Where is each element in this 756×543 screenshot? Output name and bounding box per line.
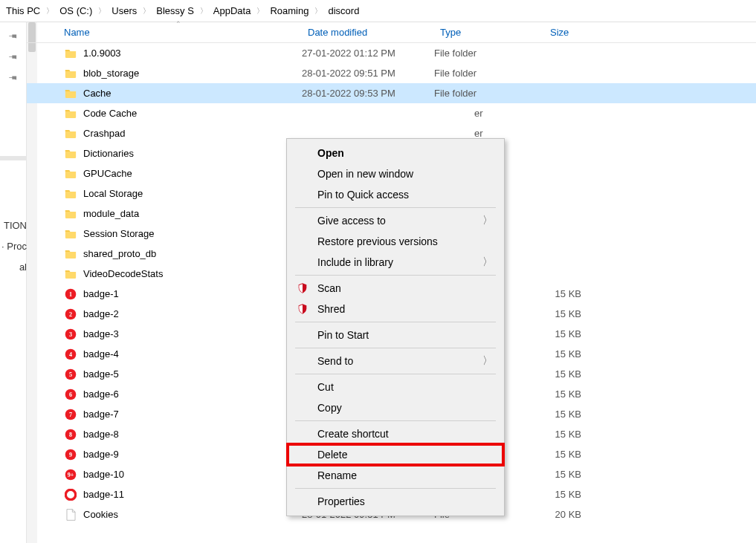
shield-icon <box>297 303 308 315</box>
ring-icon <box>65 489 77 501</box>
file-name: badge-7 <box>61 409 302 420</box>
chevron-right-icon: 〉 <box>138 6 155 16</box>
nav-cutoff-text: TION · Proc al <box>0 215 27 278</box>
badge-icon: 9+ <box>65 469 77 481</box>
badge-icon: 7 <box>65 409 77 420</box>
breadcrumb-item[interactable]: This PC <box>4 5 42 16</box>
file-size: 15 KB <box>544 489 618 500</box>
column-size[interactable]: Size <box>544 27 618 38</box>
ctx-pin-quick[interactable]: Pin to Quick access <box>288 184 503 205</box>
badge-icon: 3 <box>65 328 77 340</box>
folder-icon <box>65 209 77 218</box>
file-type: er <box>434 108 544 119</box>
breadcrumb-item[interactable]: OS (C:) <box>58 5 94 16</box>
folder-icon <box>65 249 77 259</box>
badge-icon: 8 <box>65 429 77 440</box>
file-type: er <box>434 128 544 139</box>
file-type: File folder <box>434 48 544 59</box>
folder-icon <box>65 108 77 118</box>
file-type: File folder <box>434 88 544 99</box>
file-name: badge-11 <box>61 489 302 500</box>
file-date: 28-01-2022 09:53 PM <box>302 88 434 99</box>
folder-icon <box>65 229 77 238</box>
breadcrumb-item[interactable]: AppData <box>212 5 253 16</box>
breadcrumb[interactable]: This PC〉 OS (C:)〉 Users〉 Blessy S〉 AppDa… <box>0 0 756 22</box>
file-name: Dictionaries <box>61 148 302 159</box>
folder-icon <box>65 169 77 178</box>
ctx-open[interactable]: Open <box>288 143 503 163</box>
table-row[interactable]: 1.0.9003 27-01-2022 01:12 PM File folder <box>27 43 756 63</box>
file-name: 1.0.9003 <box>61 48 302 59</box>
column-name[interactable]: Name <box>58 27 302 38</box>
context-menu: Open Open in new window Pin to Quick acc… <box>286 138 505 516</box>
breadcrumb-item[interactable]: Users <box>110 5 138 16</box>
ctx-include-library[interactable]: Include in library〉 <box>288 252 503 273</box>
chevron-right-icon: 〉 <box>310 6 326 16</box>
badge-icon: 1 <box>65 288 77 300</box>
ctx-properties[interactable]: Properties <box>288 491 503 512</box>
ctx-give-access[interactable]: Give access to〉 <box>288 210 503 231</box>
svg-text:5: 5 <box>69 371 72 377</box>
ctx-scan[interactable]: Scan <box>288 278 503 299</box>
folder-icon <box>65 88 77 98</box>
ctx-delete[interactable]: Delete <box>288 444 503 465</box>
breadcrumb-item[interactable]: Roaming <box>268 5 310 16</box>
file-size: 15 KB <box>544 409 618 420</box>
file-size: 15 KB <box>544 288 618 299</box>
table-row[interactable]: Code Cache er <box>27 103 756 123</box>
column-headers[interactable]: ⌃ Name Date modified Type Size <box>27 22 756 43</box>
table-row[interactable]: blob_storage 28-01-2022 09:51 PM File fo… <box>27 63 756 83</box>
folder-icon <box>65 48 77 58</box>
ctx-open-new-window[interactable]: Open in new window <box>288 163 503 184</box>
ctx-label: Include in library <box>317 256 393 268</box>
file-name: badge-1 <box>61 288 302 299</box>
file-name: Code Cache <box>61 108 302 119</box>
file-size: 15 KB <box>544 348 618 360</box>
svg-text:6: 6 <box>69 391 72 397</box>
file-name: Session Storage <box>61 228 302 239</box>
ctx-label: Scan <box>317 282 341 294</box>
ctx-copy[interactable]: Copy <box>288 397 503 418</box>
ctx-rename[interactable]: Rename <box>288 465 503 486</box>
file-name: GPUCache <box>61 168 302 179</box>
table-row[interactable]: Cache 28-01-2022 09:53 PM File folder <box>27 83 756 103</box>
folder-icon <box>65 189 77 198</box>
file-type: File folder <box>434 68 544 79</box>
ctx-cut[interactable]: Cut <box>288 377 503 397</box>
ctx-restore-previous[interactable]: Restore previous versions <box>288 231 503 252</box>
file-name: blob_storage <box>61 68 302 79</box>
column-date[interactable]: Date modified <box>302 27 434 38</box>
badge-icon: 2 <box>65 308 77 320</box>
ctx-pin-start[interactable]: Pin to Start <box>288 325 503 345</box>
file-name: badge-10 <box>61 469 302 480</box>
pin-icon <box>6 71 21 85</box>
pin-icon <box>6 50 21 65</box>
ctx-create-shortcut[interactable]: Create shortcut <box>288 423 503 444</box>
file-size: 15 KB <box>544 469 618 480</box>
file-name: badge-8 <box>61 429 302 440</box>
svg-text:9+: 9+ <box>68 471 74 478</box>
folder-icon <box>65 68 77 78</box>
nav-cutoff-line: al <box>0 257 27 278</box>
column-type[interactable]: Type <box>434 27 544 38</box>
file-size: 15 KB <box>544 368 618 380</box>
breadcrumb-item[interactable]: discord <box>326 5 361 16</box>
svg-text:9: 9 <box>69 451 72 458</box>
ctx-send-to[interactable]: Send to〉 <box>288 351 503 371</box>
chevron-right-icon: 〉 <box>482 256 493 269</box>
file-size: 20 KB <box>544 509 618 520</box>
quick-access-rail: TION · Proc al <box>0 22 27 543</box>
file-name: module_data <box>61 208 302 219</box>
pin-icon <box>6 29 21 44</box>
folder-icon <box>65 269 77 279</box>
file-size: 15 KB <box>544 308 618 319</box>
breadcrumb-item[interactable]: Blessy S <box>155 5 196 16</box>
nav-divider <box>0 156 26 160</box>
nav-cutoff-line: · Proc <box>0 236 27 257</box>
chevron-right-icon: 〉 <box>42 6 58 16</box>
chevron-right-icon: 〉 <box>94 6 110 16</box>
ctx-shred[interactable]: Shred <box>288 299 503 319</box>
file-icon <box>66 509 76 521</box>
file-date: 28-01-2022 09:51 PM <box>302 68 434 79</box>
file-size: 15 KB <box>544 449 618 460</box>
